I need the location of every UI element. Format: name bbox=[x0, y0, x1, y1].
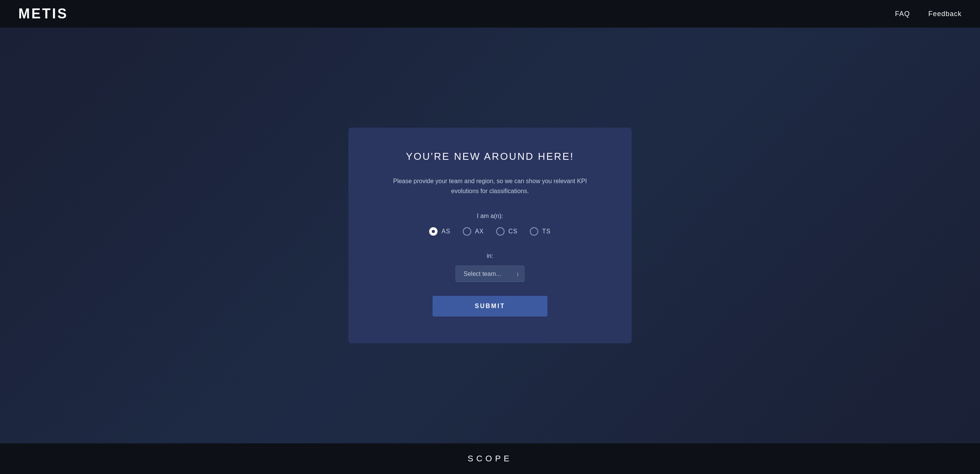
radio-label-cs: CS bbox=[508, 228, 518, 235]
radio-label-ax: AX bbox=[475, 228, 484, 235]
faq-link[interactable]: FAQ bbox=[895, 10, 910, 18]
radio-circle-ax bbox=[463, 227, 471, 236]
radio-item-cs[interactable]: CS bbox=[496, 227, 518, 236]
submit-button[interactable]: SUBMIT bbox=[433, 296, 547, 317]
radio-label-as: AS bbox=[441, 228, 450, 235]
header: METIS FAQ Feedback bbox=[0, 0, 980, 28]
radio-item-ts[interactable]: TS bbox=[530, 227, 550, 236]
logo: METIS bbox=[18, 6, 68, 22]
team-label: in: bbox=[487, 253, 493, 259]
header-nav: FAQ Feedback bbox=[895, 10, 962, 18]
feedback-link[interactable]: Feedback bbox=[928, 10, 962, 18]
radio-item-ax[interactable]: AX bbox=[463, 227, 484, 236]
team-select-wrapper: Select team... ↕ bbox=[456, 266, 524, 282]
footer: SCOPE bbox=[0, 443, 980, 474]
card-description: Please provide your team and region, so … bbox=[387, 176, 593, 196]
radio-circle-cs bbox=[496, 227, 505, 236]
role-label: I am a(n): bbox=[477, 213, 503, 220]
radio-item-as[interactable]: AS bbox=[429, 227, 450, 236]
radio-circle-ts bbox=[530, 227, 538, 236]
radio-circle-as bbox=[429, 227, 438, 236]
role-radio-group: AS AX CS TS bbox=[429, 227, 550, 236]
onboarding-card: YOU'RE NEW AROUND HERE! Please provide y… bbox=[348, 128, 632, 343]
footer-brand: SCOPE bbox=[467, 454, 512, 464]
team-select[interactable]: Select team... bbox=[456, 266, 524, 282]
radio-label-ts: TS bbox=[542, 228, 550, 235]
card-title: YOU'RE NEW AROUND HERE! bbox=[406, 151, 574, 162]
main-content: YOU'RE NEW AROUND HERE! Please provide y… bbox=[0, 28, 980, 443]
